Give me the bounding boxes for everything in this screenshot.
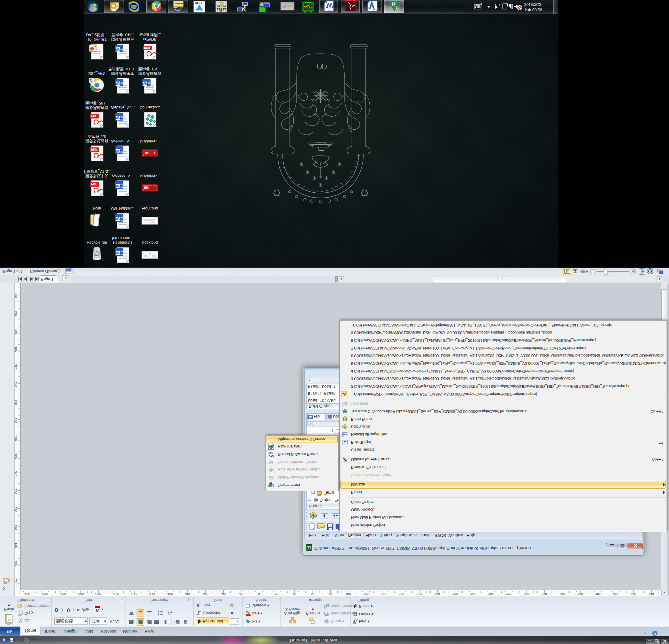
svg-text:W: W bbox=[143, 82, 147, 86]
svg-text:PDF: PDF bbox=[91, 148, 98, 151]
svg-text:PDF: PDF bbox=[91, 183, 98, 186]
svg-text:W: W bbox=[116, 184, 120, 188]
svg-text:W: W bbox=[326, 1, 333, 10]
svg-text:01001: 01001 bbox=[217, 4, 226, 7]
svg-text:h: h bbox=[392, 1, 395, 7]
svg-text:W: W bbox=[116, 47, 120, 52]
svg-text:2: 2 bbox=[310, 547, 311, 550]
svg-text:PDF: PDF bbox=[91, 114, 98, 118]
svg-text:W: W bbox=[116, 116, 120, 120]
svg-text:10001: 10001 bbox=[217, 7, 226, 11]
svg-text:PDF: PDF bbox=[144, 46, 151, 49]
svg-text:W: W bbox=[116, 82, 120, 86]
svg-text:W: W bbox=[116, 149, 120, 153]
svg-text:W: W bbox=[116, 251, 120, 255]
svg-text:2: 2 bbox=[395, 5, 398, 9]
svg-text:W: W bbox=[116, 217, 120, 221]
